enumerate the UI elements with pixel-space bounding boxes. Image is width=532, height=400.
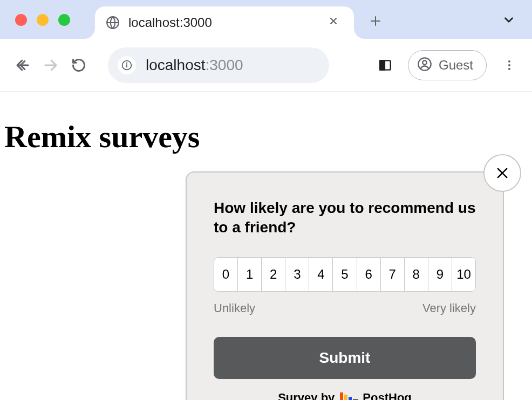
page-title: Remix surveys	[4, 119, 528, 155]
new-tab-button[interactable]	[369, 13, 382, 31]
profile-icon	[417, 57, 432, 74]
profile-button[interactable]: Guest	[408, 50, 487, 80]
submit-button[interactable]: Submit	[214, 337, 476, 379]
nps-option-0[interactable]: 0	[214, 258, 238, 291]
posthog-brand-text: PostHog	[363, 391, 411, 400]
tab-title: localhost:3000	[128, 15, 324, 30]
nps-option-4[interactable]: 4	[309, 258, 333, 291]
site-info-button[interactable]	[118, 56, 136, 74]
nps-option-6[interactable]: 6	[357, 258, 381, 291]
survey-footer: Survey by PostHog	[214, 391, 476, 400]
window-controls	[15, 14, 70, 26]
url-text: localhost:3000	[146, 57, 243, 74]
browser-tab[interactable]: localhost:3000	[95, 6, 354, 39]
nps-option-8[interactable]: 8	[405, 258, 428, 291]
address-bar[interactable]: localhost:3000	[108, 47, 329, 83]
globe-icon	[106, 16, 120, 30]
survey-question: How likely are you to recommend us to a …	[214, 198, 476, 238]
svg-rect-8	[380, 60, 385, 70]
url-host: localhost	[146, 57, 206, 74]
nps-option-9[interactable]: 9	[428, 258, 452, 291]
profile-label: Guest	[439, 58, 473, 73]
svg-point-13	[508, 68, 510, 70]
svg-point-11	[508, 60, 510, 63]
reload-button[interactable]	[67, 53, 91, 77]
nps-option-10[interactable]: 10	[452, 258, 475, 291]
svg-point-12	[508, 64, 510, 66]
browser-toolbar: localhost:3000 Guest	[0, 39, 532, 92]
window-maximize-button[interactable]	[58, 14, 70, 26]
nps-option-1[interactable]: 1	[238, 258, 262, 291]
nps-option-5[interactable]: 5	[333, 258, 357, 291]
url-port: :3000	[206, 57, 243, 74]
back-button[interactable]	[11, 53, 35, 77]
browser-tab-strip: localhost:3000	[0, 0, 532, 39]
svg-point-6	[127, 63, 127, 63]
window-close-button[interactable]	[15, 14, 27, 26]
nps-low-label: Unlikely	[214, 301, 255, 315]
posthog-logo-icon	[340, 392, 358, 400]
nps-scale: 0 1 2 3 4 5 6 7 8 9 10	[214, 257, 476, 292]
tabs-dropdown-button[interactable]	[502, 13, 516, 29]
page-content: Remix surveys How likely are you to reco…	[0, 92, 532, 400]
window-minimize-button[interactable]	[37, 14, 49, 26]
tab-close-button[interactable]	[324, 13, 343, 32]
nps-high-label: Very likely	[422, 301, 476, 315]
survey-close-button[interactable]	[483, 154, 521, 192]
side-panel-button[interactable]	[373, 53, 397, 77]
survey-footer-prefix: Survey by	[278, 391, 335, 400]
nps-option-7[interactable]: 7	[381, 258, 405, 291]
svg-point-10	[422, 60, 426, 64]
forward-button[interactable]	[39, 53, 63, 77]
menu-button[interactable]	[497, 53, 521, 77]
survey-popup: How likely are you to recommend us to a …	[186, 171, 504, 400]
nps-option-3[interactable]: 3	[285, 258, 309, 291]
nps-labels: Unlikely Very likely	[214, 301, 476, 315]
posthog-logo[interactable]: PostHog	[340, 391, 411, 400]
nps-option-2[interactable]: 2	[262, 258, 285, 291]
